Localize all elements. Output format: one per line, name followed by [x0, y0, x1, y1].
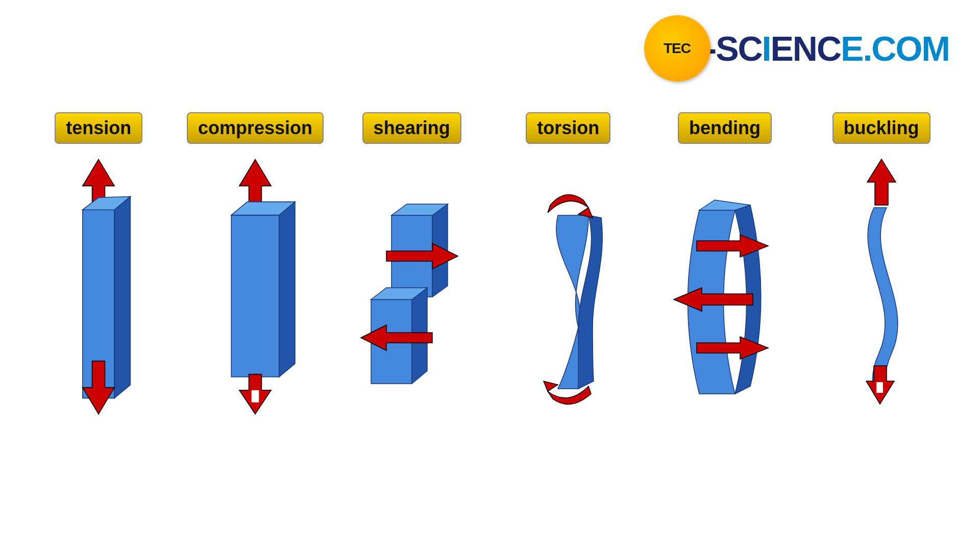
torsion-label: torsion — [526, 112, 610, 144]
logo-circle: TEC — [644, 15, 710, 82]
buckling-label: buckling — [832, 112, 930, 144]
shearing-label: shearing — [362, 112, 461, 144]
main-content: tension compression — [0, 112, 980, 419]
compression-arrow-notch — [252, 390, 259, 403]
compression-column-front — [231, 215, 279, 377]
shearing-illustration — [356, 154, 468, 419]
buckling-body — [868, 208, 898, 389]
torsion-illustration — [512, 154, 624, 419]
bending-illustration — [669, 154, 781, 419]
bending-label: bending — [678, 112, 772, 144]
tension-column-right — [115, 196, 131, 398]
compression-illustration — [199, 154, 311, 419]
tension-illustration — [42, 154, 155, 419]
logo-circle-text: TEC — [664, 40, 691, 57]
buckling-column: buckling — [815, 112, 948, 419]
shearing-column: shearing — [346, 112, 478, 419]
torsion-top-arrow — [548, 195, 589, 213]
logo: TEC -SCIENCE .COM — [644, 15, 950, 82]
buckling-arrow-down — [867, 159, 896, 205]
bending-column: bending — [658, 112, 791, 419]
logo-text-com: .COM — [863, 29, 949, 68]
tension-column: tension — [32, 112, 165, 419]
compression-column: compression — [189, 112, 322, 419]
compression-column-right — [279, 202, 295, 377]
torsion-bottom-arrowhead — [544, 381, 558, 391]
buckling-notch — [876, 382, 883, 393]
compression-label: compression — [187, 112, 324, 144]
torsion-column: torsion — [502, 112, 634, 419]
tension-label: tension — [55, 112, 142, 144]
buckling-illustration — [825, 154, 938, 419]
logo-text-science: -SCIENCE — [705, 29, 863, 68]
